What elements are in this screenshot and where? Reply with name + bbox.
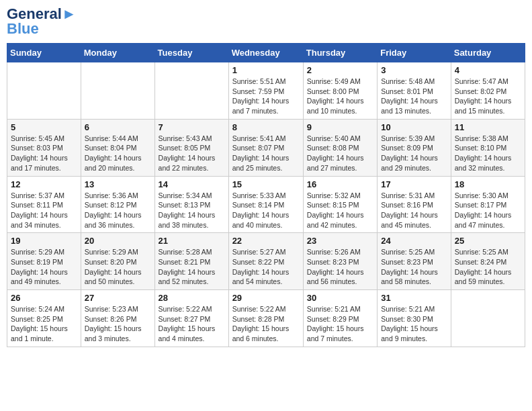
weekday-header-thursday: Thursday <box>303 44 377 62</box>
calendar-cell <box>154 62 228 120</box>
day-number: 4 <box>455 65 521 75</box>
page-header: General► Blue <box>7 7 525 36</box>
weekday-header-row: SundayMondayTuesdayWednesdayThursdayFrid… <box>7 44 525 62</box>
weekday-header-sunday: Sunday <box>7 44 81 62</box>
logo-text-blue: Blue <box>7 21 39 36</box>
day-number: 1 <box>232 65 300 75</box>
day-number: 31 <box>381 293 447 303</box>
weekday-header-monday: Monday <box>81 44 154 62</box>
calendar-week-4: 19Sunrise: 5:29 AMSunset: 8:19 PMDayligh… <box>7 233 525 290</box>
weekday-header-saturday: Saturday <box>451 44 525 62</box>
day-number: 6 <box>85 122 151 132</box>
calendar-week-5: 26Sunrise: 5:24 AMSunset: 8:25 PMDayligh… <box>7 290 525 347</box>
day-info: Sunrise: 5:25 AMSunset: 8:24 PMDaylight:… <box>455 247 521 287</box>
day-info: Sunrise: 5:51 AMSunset: 7:59 PMDaylight:… <box>232 77 300 116</box>
day-number: 2 <box>307 65 373 75</box>
day-info: Sunrise: 5:27 AMSunset: 8:22 PMDaylight:… <box>232 247 300 287</box>
day-info: Sunrise: 5:38 AMSunset: 8:10 PMDaylight:… <box>455 134 521 173</box>
day-info: Sunrise: 5:21 AMSunset: 8:29 PMDaylight:… <box>307 304 373 344</box>
logo-text: General► <box>7 7 77 21</box>
calendar-cell: 11Sunrise: 5:38 AMSunset: 8:10 PMDayligh… <box>451 119 525 176</box>
day-number: 5 <box>11 122 77 132</box>
calendar-table: SundayMondayTuesdayWednesdayThursdayFrid… <box>7 43 525 347</box>
calendar-cell: 13Sunrise: 5:36 AMSunset: 8:12 PMDayligh… <box>81 176 154 233</box>
calendar-cell: 21Sunrise: 5:28 AMSunset: 8:21 PMDayligh… <box>154 233 228 290</box>
day-info: Sunrise: 5:43 AMSunset: 8:05 PMDaylight:… <box>159 134 225 173</box>
day-info: Sunrise: 5:21 AMSunset: 8:30 PMDaylight:… <box>381 304 447 344</box>
calendar-cell: 8Sunrise: 5:41 AMSunset: 8:07 PMDaylight… <box>228 119 303 176</box>
day-info: Sunrise: 5:23 AMSunset: 8:26 PMDaylight:… <box>85 304 151 344</box>
calendar-cell: 2Sunrise: 5:49 AMSunset: 8:00 PMDaylight… <box>303 62 377 120</box>
calendar-cell <box>451 290 525 347</box>
day-number: 8 <box>232 122 300 132</box>
calendar-cell: 24Sunrise: 5:25 AMSunset: 8:23 PMDayligh… <box>378 233 451 290</box>
calendar-cell: 10Sunrise: 5:39 AMSunset: 8:09 PMDayligh… <box>378 119 451 176</box>
day-number: 16 <box>307 179 373 189</box>
calendar-cell: 1Sunrise: 5:51 AMSunset: 7:59 PMDaylight… <box>228 62 303 120</box>
day-number: 15 <box>232 179 300 189</box>
day-info: Sunrise: 5:34 AMSunset: 8:13 PMDaylight:… <box>159 191 225 230</box>
calendar-header: SundayMondayTuesdayWednesdayThursdayFrid… <box>7 44 525 62</box>
day-info: Sunrise: 5:22 AMSunset: 8:27 PMDaylight:… <box>159 304 225 344</box>
day-info: Sunrise: 5:44 AMSunset: 8:04 PMDaylight:… <box>85 134 151 173</box>
day-number: 17 <box>381 179 447 189</box>
calendar-cell: 23Sunrise: 5:26 AMSunset: 8:23 PMDayligh… <box>303 233 377 290</box>
day-info: Sunrise: 5:40 AMSunset: 8:08 PMDaylight:… <box>307 134 373 173</box>
day-number: 29 <box>232 293 300 303</box>
day-info: Sunrise: 5:37 AMSunset: 8:11 PMDaylight:… <box>11 191 77 230</box>
day-info: Sunrise: 5:36 AMSunset: 8:12 PMDaylight:… <box>85 191 151 230</box>
day-number: 9 <box>307 122 373 132</box>
calendar-cell: 12Sunrise: 5:37 AMSunset: 8:11 PMDayligh… <box>7 176 81 233</box>
day-info: Sunrise: 5:39 AMSunset: 8:09 PMDaylight:… <box>381 134 447 173</box>
day-number: 18 <box>455 179 521 189</box>
calendar-cell: 27Sunrise: 5:23 AMSunset: 8:26 PMDayligh… <box>81 290 154 347</box>
day-info: Sunrise: 5:47 AMSunset: 8:02 PMDaylight:… <box>455 77 521 116</box>
day-number: 14 <box>159 179 225 189</box>
calendar-week-2: 5Sunrise: 5:45 AMSunset: 8:03 PMDaylight… <box>7 119 525 176</box>
day-info: Sunrise: 5:29 AMSunset: 8:19 PMDaylight:… <box>11 247 77 287</box>
calendar-cell: 17Sunrise: 5:31 AMSunset: 8:16 PMDayligh… <box>378 176 451 233</box>
day-number: 25 <box>455 236 521 246</box>
calendar-cell <box>81 62 154 120</box>
day-info: Sunrise: 5:24 AMSunset: 8:25 PMDaylight:… <box>11 304 77 344</box>
day-number: 21 <box>159 236 225 246</box>
calendar-cell: 4Sunrise: 5:47 AMSunset: 8:02 PMDaylight… <box>451 62 525 120</box>
day-info: Sunrise: 5:49 AMSunset: 8:00 PMDaylight:… <box>307 77 373 116</box>
calendar-cell: 30Sunrise: 5:21 AMSunset: 8:29 PMDayligh… <box>303 290 377 347</box>
day-number: 7 <box>159 122 225 132</box>
day-info: Sunrise: 5:22 AMSunset: 8:28 PMDaylight:… <box>232 304 300 344</box>
day-number: 3 <box>381 65 447 75</box>
day-info: Sunrise: 5:31 AMSunset: 8:16 PMDaylight:… <box>381 191 447 230</box>
calendar-cell: 31Sunrise: 5:21 AMSunset: 8:30 PMDayligh… <box>378 290 451 347</box>
day-number: 12 <box>11 179 77 189</box>
calendar-week-1: 1Sunrise: 5:51 AMSunset: 7:59 PMDaylight… <box>7 62 525 120</box>
calendar-cell: 18Sunrise: 5:30 AMSunset: 8:17 PMDayligh… <box>451 176 525 233</box>
calendar-cell: 25Sunrise: 5:25 AMSunset: 8:24 PMDayligh… <box>451 233 525 290</box>
logo: General► Blue <box>7 7 77 36</box>
calendar-cell: 22Sunrise: 5:27 AMSunset: 8:22 PMDayligh… <box>228 233 303 290</box>
day-number: 19 <box>11 236 77 246</box>
day-info: Sunrise: 5:48 AMSunset: 8:01 PMDaylight:… <box>381 77 447 116</box>
day-info: Sunrise: 5:30 AMSunset: 8:17 PMDaylight:… <box>455 191 521 230</box>
day-info: Sunrise: 5:26 AMSunset: 8:23 PMDaylight:… <box>307 247 373 287</box>
calendar-cell: 19Sunrise: 5:29 AMSunset: 8:19 PMDayligh… <box>7 233 81 290</box>
calendar-cell: 6Sunrise: 5:44 AMSunset: 8:04 PMDaylight… <box>81 119 154 176</box>
day-info: Sunrise: 5:32 AMSunset: 8:15 PMDaylight:… <box>307 191 373 230</box>
calendar-cell: 7Sunrise: 5:43 AMSunset: 8:05 PMDaylight… <box>154 119 228 176</box>
calendar-cell: 14Sunrise: 5:34 AMSunset: 8:13 PMDayligh… <box>154 176 228 233</box>
day-info: Sunrise: 5:45 AMSunset: 8:03 PMDaylight:… <box>11 134 77 173</box>
day-info: Sunrise: 5:33 AMSunset: 8:14 PMDaylight:… <box>232 191 300 230</box>
day-info: Sunrise: 5:28 AMSunset: 8:21 PMDaylight:… <box>159 247 225 287</box>
day-info: Sunrise: 5:41 AMSunset: 8:07 PMDaylight:… <box>232 134 300 173</box>
calendar-cell: 29Sunrise: 5:22 AMSunset: 8:28 PMDayligh… <box>228 290 303 347</box>
weekday-header-wednesday: Wednesday <box>228 44 303 62</box>
day-number: 20 <box>85 236 151 246</box>
calendar-cell: 9Sunrise: 5:40 AMSunset: 8:08 PMDaylight… <box>303 119 377 176</box>
day-number: 24 <box>381 236 447 246</box>
day-number: 23 <box>307 236 373 246</box>
calendar-cell: 5Sunrise: 5:45 AMSunset: 8:03 PMDaylight… <box>7 119 81 176</box>
day-number: 13 <box>85 179 151 189</box>
day-number: 22 <box>232 236 300 246</box>
calendar-week-3: 12Sunrise: 5:37 AMSunset: 8:11 PMDayligh… <box>7 176 525 233</box>
calendar-cell: 16Sunrise: 5:32 AMSunset: 8:15 PMDayligh… <box>303 176 377 233</box>
